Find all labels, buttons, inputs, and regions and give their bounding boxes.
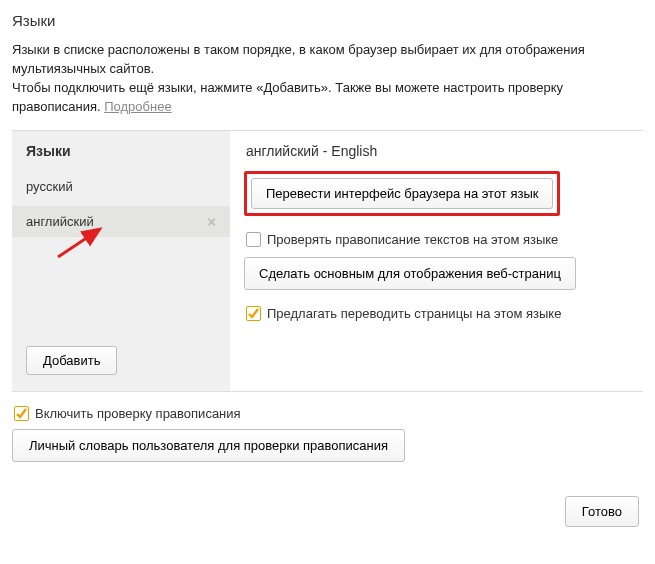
offer-translate-checkbox[interactable]	[246, 306, 261, 321]
remove-language-icon[interactable]: ×	[207, 214, 216, 229]
add-language-button[interactable]: Добавить	[26, 346, 117, 375]
detail-heading: английский - English	[246, 143, 629, 159]
footer: Готово	[12, 496, 643, 527]
sidebar-header: Языки	[12, 131, 230, 169]
personal-dictionary-button[interactable]: Личный словарь пользователя для проверки…	[12, 429, 405, 462]
spellcheck-row[interactable]: Проверять правописание текстов на этом я…	[246, 232, 629, 247]
offer-translate-label: Предлагать переводить страницы на этом я…	[267, 306, 561, 321]
page-title: Языки	[12, 12, 643, 29]
learn-more-link[interactable]: Подробнее	[104, 99, 171, 114]
language-detail: английский - English Перевести интерфейс…	[230, 131, 643, 391]
language-item-english[interactable]: английский ×	[12, 206, 230, 237]
enable-spellcheck-label: Включить проверку правописания	[35, 406, 241, 421]
enable-spellcheck-checkbox[interactable]	[14, 406, 29, 421]
intro-text: Языки в списке расположены в таком поряд…	[12, 41, 643, 116]
enable-spellcheck-row[interactable]: Включить проверку правописания	[14, 406, 643, 421]
languages-sidebar: Языки русский английский × Добавить	[12, 131, 230, 391]
spellcheck-label: Проверять правописание текстов на этом я…	[267, 232, 558, 247]
highlight-annotation: Перевести интерфейс браузера на этот язы…	[244, 171, 560, 216]
intro-line1: Языки в списке расположены в таком поряд…	[12, 42, 585, 76]
language-item-russian[interactable]: русский	[12, 171, 230, 202]
translate-ui-button[interactable]: Перевести интерфейс браузера на этот язы…	[251, 178, 553, 209]
spellcheck-checkbox[interactable]	[246, 232, 261, 247]
language-label: английский	[26, 214, 94, 229]
language-label: русский	[26, 179, 73, 194]
intro-line2: Чтобы подключить ещё языки, нажмите «Доб…	[12, 80, 563, 114]
done-button[interactable]: Готово	[565, 496, 639, 527]
offer-translate-row[interactable]: Предлагать переводить страницы на этом я…	[246, 306, 629, 321]
languages-panel: Языки русский английский × Добавить англ…	[12, 130, 643, 392]
make-default-display-button[interactable]: Сделать основным для отображения веб-стр…	[244, 257, 576, 290]
